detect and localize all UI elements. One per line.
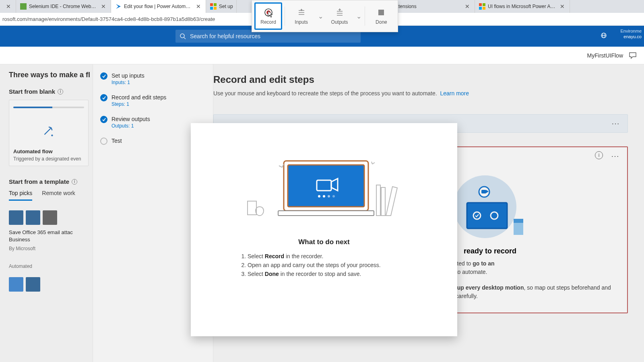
- svg-point-9: [180, 34, 184, 38]
- browser-tab[interactable]: Edit your flow | Power Automate ✕: [111, 0, 206, 13]
- env-value: enayu.co: [620, 34, 642, 39]
- globe-icon: [601, 32, 607, 39]
- modal-illustration: [191, 133, 457, 220]
- svg-rect-6: [483, 3, 485, 6]
- close-icon[interactable]: ✕: [99, 3, 107, 10]
- tab-title: Extensions: [393, 4, 461, 9]
- tab-title: Set up: [219, 4, 233, 9]
- svg-rect-4: [214, 7, 217, 10]
- close-icon[interactable]: ✕: [194, 3, 202, 10]
- outputs-icon: [335, 7, 344, 18]
- search-icon: [180, 33, 186, 39]
- browser-tab[interactable]: ✕: [0, 0, 16, 13]
- modal-steps: Select Record in the recorder. Open an a…: [239, 252, 409, 278]
- environment-picker[interactable]: Environme enayu.co: [620, 28, 642, 39]
- tab-title: Edit your flow | Power Automate: [124, 4, 192, 9]
- svg-point-28: [318, 195, 320, 197]
- env-label: Environme: [620, 28, 642, 34]
- tab-title: UI flows in Microsoft Power Autc: [488, 4, 556, 9]
- browser-tab[interactable]: Set up: [206, 0, 237, 13]
- inputs-dropdown[interactable]: ⌄: [317, 12, 324, 20]
- flow-name: MyFirstUIFlow: [587, 52, 623, 59]
- record-button[interactable]: Record: [254, 2, 282, 30]
- record-icon: [264, 7, 273, 18]
- feedback-icon[interactable]: [629, 51, 637, 60]
- close-icon[interactable]: ✕: [4, 3, 12, 10]
- svg-rect-5: [479, 3, 482, 6]
- stop-icon: [377, 7, 385, 18]
- svg-rect-25: [288, 165, 364, 207]
- browser-tab[interactable]: Selenium IDE - Chrome Web Stor ✕: [16, 0, 111, 13]
- cursor-icon: [268, 10, 273, 18]
- svg-rect-26: [278, 211, 374, 216]
- svg-rect-1: [210, 3, 213, 6]
- svg-rect-32: [376, 185, 380, 216]
- browser-tab[interactable]: UI flows in Microsoft Power Autc ✕: [475, 0, 570, 13]
- tab-title: Selenium IDE - Chrome Web Stor: [29, 4, 97, 9]
- what-next-modal: What to do next Select Record in the rec…: [191, 123, 457, 336]
- done-button[interactable]: Done: [367, 2, 395, 30]
- recorder-toolbar: Record Inputs ⌄ Outputs ⌄ Done: [252, 0, 398, 32]
- svg-point-29: [323, 195, 325, 197]
- outputs-button[interactable]: Outputs: [326, 2, 353, 30]
- svg-rect-2: [214, 3, 217, 6]
- close-icon[interactable]: ✕: [463, 3, 471, 10]
- msft-icon: [479, 3, 485, 10]
- svg-rect-7: [479, 7, 482, 10]
- modal-title: What to do next: [191, 238, 457, 246]
- inputs-icon: [297, 7, 306, 18]
- svg-rect-8: [483, 7, 485, 10]
- inputs-button[interactable]: Inputs: [287, 2, 315, 30]
- svg-rect-33: [381, 187, 385, 216]
- svg-point-31: [332, 195, 335, 197]
- svg-line-10: [184, 37, 186, 39]
- svg-rect-3: [210, 7, 213, 10]
- outputs-dropdown[interactable]: ⌄: [355, 12, 362, 20]
- close-icon[interactable]: ✕: [558, 3, 566, 10]
- svg-rect-23: [248, 201, 256, 215]
- address-text: rosoft.com/manage/environments/Default-3…: [2, 16, 215, 22]
- svg-rect-0: [20, 3, 27, 10]
- selenium-icon: [20, 3, 27, 10]
- search-placeholder: Search for helpful resources: [190, 33, 260, 39]
- powerautomate-icon: [115, 3, 122, 10]
- subheader: MyFirstUIFlow: [0, 47, 644, 64]
- msft-icon: [210, 3, 217, 10]
- svg-point-30: [328, 195, 330, 197]
- svg-rect-36: [378, 10, 384, 15]
